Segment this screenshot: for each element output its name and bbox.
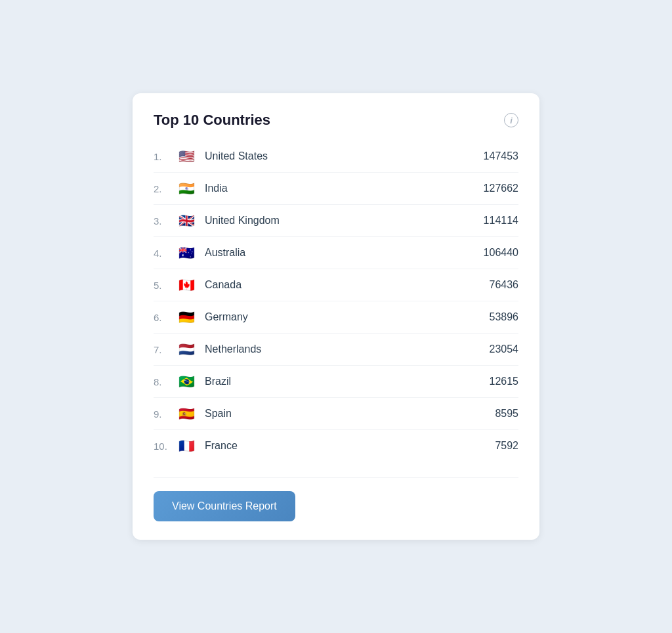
country-name: Germany xyxy=(205,311,490,323)
info-icon[interactable]: i xyxy=(504,113,518,127)
country-name: Australia xyxy=(205,247,484,259)
list-item: 1. 🇺🇸 United States 147453 xyxy=(154,141,518,172)
country-value: 106440 xyxy=(484,247,518,259)
rank-number: 10. xyxy=(154,441,177,452)
country-flag: 🇨🇦 xyxy=(177,278,196,292)
country-value: 114114 xyxy=(484,215,518,227)
country-name: France xyxy=(205,440,495,452)
top-countries-card: Top 10 Countries i 1. 🇺🇸 United States 1… xyxy=(133,93,539,540)
rank-number: 7. xyxy=(154,344,177,355)
country-flag: 🇦🇺 xyxy=(177,246,196,259)
country-value: 7592 xyxy=(495,440,518,452)
country-flag: 🇳🇱 xyxy=(177,343,196,356)
country-flag: 🇮🇳 xyxy=(177,182,196,195)
list-item: 2. 🇮🇳 India 127662 xyxy=(154,172,518,204)
country-flag: 🇧🇷 xyxy=(177,375,196,388)
country-value: 147453 xyxy=(484,150,518,162)
country-flag: 🇫🇷 xyxy=(177,439,196,452)
list-item: 4. 🇦🇺 Australia 106440 xyxy=(154,236,518,269)
country-name: Brazil xyxy=(205,376,490,387)
country-name: India xyxy=(205,183,484,194)
view-countries-report-button[interactable]: View Countries Report xyxy=(154,491,295,521)
list-item: 8. 🇧🇷 Brazil 12615 xyxy=(154,365,518,397)
list-item: 9. 🇪🇸 Spain 8595 xyxy=(154,397,518,429)
country-value: 76436 xyxy=(490,279,519,291)
country-value: 127662 xyxy=(484,183,518,194)
country-flag: 🇬🇧 xyxy=(177,214,196,227)
card-title: Top 10 Countries xyxy=(154,112,270,129)
country-value: 23054 xyxy=(490,343,519,355)
rank-number: 6. xyxy=(154,312,177,323)
country-name: Spain xyxy=(205,408,495,420)
country-name: Canada xyxy=(205,279,490,291)
rank-number: 4. xyxy=(154,248,177,259)
country-name: Netherlands xyxy=(205,343,490,355)
list-item: 6. 🇩🇪 Germany 53896 xyxy=(154,301,518,333)
country-name: United States xyxy=(205,150,484,162)
country-name: United Kingdom xyxy=(205,215,484,227)
country-value: 12615 xyxy=(490,376,519,387)
rank-number: 3. xyxy=(154,215,177,227)
country-value: 8595 xyxy=(495,408,518,420)
rank-number: 2. xyxy=(154,183,177,194)
country-value: 53896 xyxy=(490,311,519,323)
list-item: 7. 🇳🇱 Netherlands 23054 xyxy=(154,333,518,365)
country-flag: 🇪🇸 xyxy=(177,407,196,420)
rank-number: 9. xyxy=(154,408,177,420)
rank-number: 8. xyxy=(154,376,177,387)
country-flag: 🇺🇸 xyxy=(177,150,196,163)
card-header: Top 10 Countries i xyxy=(154,112,518,129)
rank-number: 1. xyxy=(154,151,177,162)
list-item: 3. 🇬🇧 United Kingdom 114114 xyxy=(154,204,518,236)
list-item: 10. 🇫🇷 France 7592 xyxy=(154,429,518,462)
card-footer: View Countries Report xyxy=(154,477,518,521)
country-flag: 🇩🇪 xyxy=(177,311,196,324)
countries-list: 1. 🇺🇸 United States 147453 2. 🇮🇳 India 1… xyxy=(154,141,518,462)
rank-number: 5. xyxy=(154,280,177,291)
list-item: 5. 🇨🇦 Canada 76436 xyxy=(154,269,518,301)
